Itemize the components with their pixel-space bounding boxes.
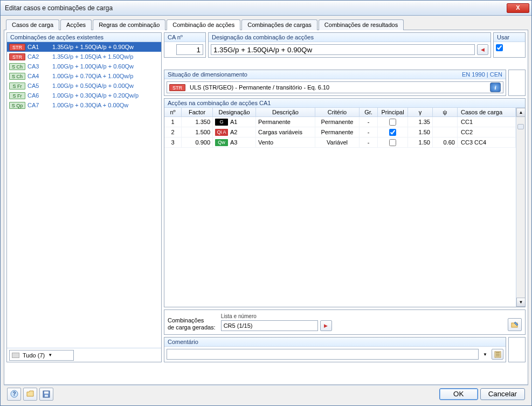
grid-header-cell[interactable]: Gr.: [360, 108, 378, 116]
cell-n: 3: [164, 137, 182, 147]
comment-label: Comentário: [164, 338, 506, 347]
actions-grid[interactable]: nºFactorDesignaçãoDescriçãoCritérioGr.Pr…: [164, 108, 525, 307]
tabs: Casos de cargaAcçõesRegras de combinação…: [6, 19, 528, 30]
help-button[interactable]: ?: [7, 388, 21, 401]
designation-label: Designação da combinação de acções: [209, 33, 490, 42]
use-label: Usar: [494, 33, 525, 42]
combination-row[interactable]: STRCA11.35G/p + 1.50QiA/p + 0.90Qw: [7, 42, 161, 52]
filter-swatch: [12, 353, 19, 358]
cell-psi: 0.60: [433, 137, 458, 147]
tab-0[interactable]: Casos de carga: [6, 19, 59, 30]
actions-header: Acções na combinação de acções CA1: [164, 99, 525, 108]
tab-2[interactable]: Regras de combinação: [93, 19, 165, 30]
situation-panel: Situação de dimensionamento EN 1990 | CE…: [164, 70, 506, 96]
close-button[interactable]: X: [507, 3, 529, 13]
client-area: Casos de cargaAcçõesRegras de combinação…: [1, 16, 531, 405]
grid-header-cell[interactable]: Designação: [213, 108, 256, 116]
filter-bar: Tudo (7) ▼: [7, 348, 161, 362]
row-badge: S Ch: [9, 73, 25, 80]
tab-3[interactable]: Combinação de acções: [167, 19, 240, 30]
combination-row[interactable]: S ChCA31.00G/p + 1.00QiA/p + 0.60Qw: [7, 61, 161, 71]
row-formula: 1.00G/p + 1.00QiA/p + 0.60Qw: [52, 63, 134, 70]
generated-go-button[interactable]: ▶: [320, 320, 332, 331]
cell-gamma: 1.50: [408, 137, 433, 147]
comment-dropdown[interactable]: ▼: [481, 349, 489, 360]
cancel-button[interactable]: Cancelar: [480, 388, 525, 400]
cell-cc: CC3 CC4: [458, 137, 516, 147]
grid-row[interactable]: 21.500Qi AA2Cargas variáveisPermanente-1…: [164, 127, 516, 137]
comment-input[interactable]: [167, 349, 479, 360]
ca-number-label: CA nº: [164, 33, 205, 42]
ok-button[interactable]: OK: [439, 388, 478, 400]
ca-number-panel: CA nº: [164, 32, 206, 58]
row-name: CA4: [27, 73, 52, 79]
situation-text: ULS (STR/GEO) - Permanente / transitório…: [190, 84, 329, 91]
info-icon[interactable]: i: [490, 82, 501, 92]
grid-header-cell[interactable]: Casos de carga: [458, 108, 516, 116]
grid-header-cell[interactable]: Descrição: [256, 108, 315, 116]
grid-header-cell[interactable]: Critério: [315, 108, 360, 116]
cell-designation: GA1: [213, 117, 256, 127]
generated-combo[interactable]: CR5 (1/15): [221, 320, 318, 331]
chevron-down-icon: ▼: [48, 353, 52, 357]
grid-row[interactable]: 11.350GA1PermanentePermanente-1.35CC1: [164, 117, 516, 127]
grid-row[interactable]: 30.900QwA3VentoVariável-1.500.60CC3 CC4: [164, 137, 516, 148]
comment-panel: Comentário ▼: [164, 337, 506, 362]
svg-text:?: ?: [12, 391, 16, 397]
scroll-down-button[interactable]: ▼: [516, 298, 525, 307]
help-icon: ?: [10, 390, 18, 398]
ca-number-input[interactable]: [176, 44, 203, 55]
combination-row[interactable]: S FrCA51.00G/p + 0.50QiA/p + 0.00Qw: [7, 81, 161, 91]
combination-row[interactable]: S QpCA71.00G/p + 0.30QiA + 0.00Qw: [7, 100, 161, 110]
chevron-down-icon: ▼: [483, 352, 487, 357]
grid-header-cell[interactable]: Principal: [378, 108, 408, 116]
row-name: CA6: [27, 92, 52, 99]
comment-library-button[interactable]: [492, 349, 503, 360]
grid-header-cell[interactable]: nº: [164, 108, 182, 116]
combination-row[interactable]: S FrCA61.00G/p + 0.30QiA/p + 0.20Qw/p: [7, 91, 161, 100]
cell-principal[interactable]: [378, 127, 408, 137]
cell-crit: Permanente: [315, 127, 360, 137]
row-badge: S Ch: [9, 63, 25, 70]
save-button[interactable]: [39, 388, 53, 401]
cell-designation: QwA3: [213, 137, 256, 147]
generated-value: CR5 (1/15): [224, 322, 253, 329]
existing-combinations-list[interactable]: STRCA11.35G/p + 1.50QiA/p + 0.90QwSTRCA2…: [7, 42, 161, 348]
grid-header-cell[interactable]: γ: [408, 108, 433, 116]
cell-principal[interactable]: [378, 117, 408, 127]
generated-label2: de carga geradas:: [168, 324, 216, 331]
situation-value[interactable]: STR ULS (STR/GEO) - Permanente / transit…: [167, 81, 503, 93]
situation-badge: STR: [169, 84, 185, 91]
cell-gamma: 1.50: [408, 127, 433, 137]
open-button[interactable]: [23, 388, 37, 401]
designation-left-button[interactable]: ◀: [477, 44, 488, 55]
cell-factor: 1.350: [182, 117, 213, 127]
cell-desc: Vento: [256, 137, 315, 147]
cell-crit: Permanente: [315, 117, 360, 127]
cell-n: 2: [164, 127, 182, 137]
row-formula: 1.00G/p + 0.30QiA + 0.00Qw: [52, 102, 128, 108]
cell-factor: 1.500: [182, 127, 213, 137]
grid-header-cell[interactable]: Factor: [182, 108, 213, 116]
scroll-mid-handle[interactable]: [517, 124, 524, 129]
combination-row[interactable]: S ChCA41.00G/p + 0.70QiA + 1.00Qw/p: [7, 71, 161, 81]
row-badge: S Qp: [9, 102, 25, 109]
tab-4[interactable]: Combinações de cargas: [241, 19, 317, 30]
filter-combo[interactable]: Tudo (7) ▼: [9, 350, 74, 361]
designation-input[interactable]: [211, 44, 475, 55]
tab-1[interactable]: Acções: [60, 19, 92, 30]
row-name: CA3: [27, 63, 52, 70]
grid-header-cell[interactable]: ψ: [433, 108, 458, 116]
triangle-right-icon: ▶: [324, 323, 328, 328]
use-checkbox[interactable]: [496, 44, 503, 51]
combination-row[interactable]: STRCA21.35G/p + 1.05QiA + 1.50Qw/p: [7, 52, 161, 61]
use-panel: Usar: [493, 32, 526, 58]
filter-label: Tudo (7): [23, 352, 45, 359]
actions-scrollbar[interactable]: ▲ ▼: [516, 108, 525, 307]
tab-5[interactable]: Combinações de resultados: [319, 19, 404, 30]
cell-principal[interactable]: [378, 137, 408, 147]
cell-cc: CC1: [458, 117, 516, 127]
scroll-up-button[interactable]: ▲: [516, 108, 525, 117]
cell-desc: Cargas variáveis: [256, 127, 315, 137]
generated-edit-button[interactable]: [508, 318, 522, 331]
